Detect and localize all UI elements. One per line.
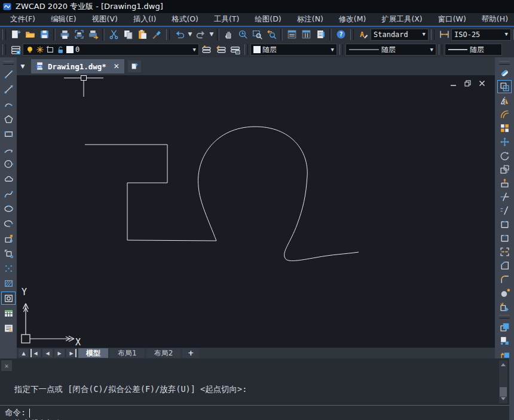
color-select[interactable]: 随层 ▼ bbox=[250, 44, 337, 56]
rectangle-button[interactable] bbox=[1, 127, 16, 140]
array-button[interactable] bbox=[497, 121, 512, 134]
hatch-button[interactable] bbox=[1, 277, 16, 290]
zoom-window-button[interactable] bbox=[250, 28, 264, 41]
scroll-up-icon[interactable] bbox=[501, 363, 506, 366]
toolbar-grip[interactable] bbox=[431, 29, 435, 40]
erase-button[interactable] bbox=[497, 66, 512, 79]
redo-button[interactable] bbox=[194, 28, 208, 41]
break-at-point-button[interactable] bbox=[497, 217, 512, 231]
bring-to-front-button[interactable] bbox=[497, 320, 512, 333]
format-painter-button[interactable] bbox=[149, 28, 164, 41]
properties-palette-button[interactable] bbox=[284, 28, 299, 41]
scrollbar-thumb[interactable] bbox=[500, 387, 507, 397]
dim-style-select[interactable]: ISO-25 ▼ bbox=[451, 29, 511, 41]
tab-list-button[interactable]: ▼ bbox=[18, 60, 27, 72]
command-scrollbar[interactable] bbox=[499, 360, 507, 403]
drawing-canvas[interactable]: X Y bbox=[17, 75, 495, 348]
extend-button[interactable] bbox=[497, 204, 512, 217]
text-style-select[interactable]: Standard ▼ bbox=[371, 29, 429, 41]
revision-cloud-button[interactable] bbox=[1, 172, 16, 185]
menu-file[interactable]: 文件(F) bbox=[2, 13, 43, 26]
make-layer-current-button[interactable] bbox=[199, 43, 213, 56]
menu-draw[interactable]: 绘图(D) bbox=[247, 13, 289, 26]
layer-previous-button[interactable] bbox=[213, 43, 228, 56]
tab-expand-button[interactable]: ▲ bbox=[19, 349, 29, 357]
chamfer-button[interactable] bbox=[497, 259, 512, 272]
toolbar-grip[interactable] bbox=[244, 44, 248, 55]
new-drawing-tab-button[interactable] bbox=[128, 60, 141, 72]
toolbar-grip[interactable] bbox=[2, 44, 6, 55]
toolbar-grip[interactable] bbox=[2, 29, 6, 40]
layer-properties-button[interactable] bbox=[8, 43, 23, 56]
menu-help[interactable]: 帮助(H) bbox=[474, 13, 514, 26]
layer-select[interactable]: 0 ▼ bbox=[23, 44, 199, 56]
tab-model[interactable]: 模型 bbox=[78, 348, 108, 358]
undo-dropdown-button[interactable]: ▼ bbox=[186, 28, 194, 41]
menu-tools[interactable]: 工具(T) bbox=[206, 13, 247, 26]
point-button[interactable] bbox=[1, 262, 16, 275]
move-button[interactable] bbox=[497, 135, 512, 148]
layer-states-button[interactable] bbox=[228, 43, 242, 56]
toolbar-grip[interactable] bbox=[499, 61, 510, 65]
make-block-button[interactable] bbox=[1, 247, 16, 260]
dim-style-button[interactable] bbox=[437, 28, 451, 41]
copy-button[interactable] bbox=[121, 28, 135, 41]
undo-button[interactable] bbox=[172, 28, 186, 41]
close-tab-icon[interactable]: ✕ bbox=[110, 62, 120, 70]
toolbar-grip[interactable] bbox=[350, 29, 354, 40]
print-button[interactable] bbox=[57, 28, 72, 41]
lineweight-select[interactable]: 随层 bbox=[445, 44, 502, 56]
menu-format[interactable]: 格式(O) bbox=[164, 13, 206, 26]
pan-button[interactable] bbox=[221, 28, 235, 41]
bring-above-objects-button[interactable] bbox=[497, 348, 512, 358]
new-button[interactable] bbox=[8, 28, 23, 41]
plot-button[interactable] bbox=[86, 28, 100, 41]
copy-object-button[interactable] bbox=[497, 80, 512, 93]
toolbar-grip[interactable] bbox=[439, 44, 442, 55]
menu-dimension[interactable]: 标注(N) bbox=[289, 13, 331, 26]
zoom-previous-button[interactable] bbox=[264, 28, 279, 41]
join-button[interactable] bbox=[497, 245, 512, 258]
tab-layout1[interactable]: 布局1 bbox=[110, 348, 145, 358]
command-input-row[interactable]: 命令: bbox=[5, 406, 30, 419]
first-tab-button[interactable]: ◀ bbox=[30, 349, 41, 357]
prev-tab-button[interactable]: ◀ bbox=[42, 349, 53, 357]
tool-palette-button[interactable] bbox=[313, 28, 328, 41]
menu-edit[interactable]: 编辑(E) bbox=[43, 13, 84, 26]
minimize-icon[interactable] bbox=[450, 80, 457, 87]
design-center-button[interactable] bbox=[299, 28, 313, 41]
stretch-button[interactable] bbox=[497, 176, 512, 189]
text-style-button[interactable]: A bbox=[356, 28, 371, 41]
restore-icon[interactable] bbox=[464, 80, 471, 87]
mirror-button[interactable] bbox=[497, 94, 512, 107]
offset-button[interactable] bbox=[497, 108, 512, 121]
command-close-button[interactable]: ✕ bbox=[1, 360, 12, 371]
explode-button[interactable] bbox=[497, 300, 512, 313]
construction-line-button[interactable] bbox=[1, 82, 16, 96]
linetype-select[interactable]: 随层 ▼ bbox=[345, 44, 436, 56]
polygon-button[interactable] bbox=[1, 112, 16, 125]
save-button[interactable] bbox=[37, 28, 51, 41]
open-button[interactable] bbox=[23, 28, 37, 41]
ellipse-arc-button[interactable] bbox=[1, 217, 16, 230]
toolbar-grip[interactable] bbox=[339, 44, 343, 55]
scroll-down-icon[interactable] bbox=[501, 397, 506, 400]
scale-button[interactable] bbox=[497, 163, 512, 176]
close-icon[interactable] bbox=[479, 80, 485, 87]
mtext-button[interactable]: A bbox=[1, 321, 16, 335]
menu-insert[interactable]: 插入(I) bbox=[126, 13, 164, 26]
blend-curves-button[interactable] bbox=[497, 286, 512, 299]
document-tab[interactable]: DWG Drawing1.dwg* ✕ bbox=[31, 59, 124, 73]
redo-dropdown-button[interactable]: ▼ bbox=[208, 28, 215, 41]
table-button[interactable] bbox=[1, 306, 16, 320]
paste-button[interactable] bbox=[135, 28, 149, 41]
rotate-button[interactable] bbox=[497, 149, 512, 162]
menu-modify[interactable]: 修改(M) bbox=[331, 13, 374, 26]
menu-view[interactable]: 视图(V) bbox=[84, 13, 126, 26]
zoom-realtime-button[interactable] bbox=[235, 28, 250, 41]
polyline-button[interactable] bbox=[1, 97, 16, 111]
toolbar-grip[interactable] bbox=[166, 29, 170, 40]
line-button[interactable] bbox=[1, 68, 16, 81]
break-button[interactable] bbox=[497, 231, 512, 244]
spline-button[interactable] bbox=[1, 187, 16, 200]
